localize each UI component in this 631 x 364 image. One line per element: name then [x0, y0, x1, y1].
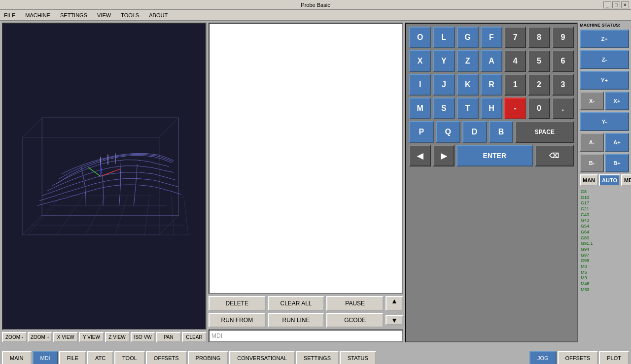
key-J[interactable]: J — [433, 74, 455, 96]
space-btn[interactable]: SPACE — [515, 121, 574, 143]
gcode-line: G21 — [581, 206, 628, 212]
tab-settings[interactable]: SETTINGS — [296, 351, 339, 364]
y-view-btn[interactable]: Y VIEW — [79, 332, 104, 342]
bottom-tabs: MAIN MDI FILE ATC TOOL OFFSETS PROBING C… — [0, 344, 631, 364]
clear-all-btn[interactable]: CLEAR ALL — [268, 296, 325, 311]
y-plus-btn[interactable]: Y+ — [580, 71, 629, 90]
key-L[interactable]: L — [433, 27, 455, 48]
z-plus-label: Z+ — [601, 36, 607, 42]
menu-tools[interactable]: TOOLS — [119, 11, 141, 19]
key-5[interactable]: 5 — [528, 50, 550, 72]
tab-plot[interactable]: PLOT — [599, 351, 629, 364]
key-minus[interactable]: - — [504, 98, 526, 119]
key-0[interactable]: 0 — [528, 98, 550, 119]
z-plus-btn[interactable]: Z+ — [580, 30, 629, 48]
delete-btn[interactable]: DELETE — [209, 296, 266, 311]
tab-main[interactable]: MAIN — [2, 351, 32, 364]
pan-btn[interactable]: PAN — [156, 332, 181, 342]
backspace-btn[interactable]: ⌫ — [535, 145, 574, 166]
key-B[interactable]: B — [489, 121, 514, 143]
key-7[interactable]: 7 — [504, 27, 526, 48]
key-R[interactable]: R — [481, 74, 502, 96]
window-controls[interactable]: _ □ ✕ — [603, 1, 629, 8]
tab-jog[interactable]: JOG — [529, 351, 557, 364]
tab-mdi[interactable]: MDI — [33, 351, 58, 364]
tab-conversational[interactable]: CONVERSATIONAL — [229, 351, 295, 364]
mdi-input[interactable]: MDI — [209, 330, 403, 342]
key-2[interactable]: 2 — [528, 74, 550, 96]
z-view-btn[interactable]: Z VIEW — [105, 332, 130, 342]
pause-btn[interactable]: PAUSE — [326, 296, 384, 311]
key-A[interactable]: A — [481, 50, 502, 72]
close-btn[interactable]: ✕ — [621, 1, 629, 8]
x-plus-btn[interactable]: X+ — [605, 92, 629, 110]
tab-probing[interactable]: PROBING — [188, 351, 229, 364]
arrow-down-btn[interactable]: ▼ — [386, 315, 403, 325]
right-arrow-btn[interactable]: ▶ — [433, 145, 455, 166]
menu-settings[interactable]: SETTINGS — [58, 11, 89, 19]
key-4[interactable]: 4 — [504, 50, 526, 72]
clear-btn[interactable]: CLEAR — [182, 332, 207, 342]
tab-tool[interactable]: TOOL — [114, 351, 145, 364]
key-M[interactable]: M — [409, 98, 431, 119]
tab-status[interactable]: STATUS — [340, 351, 376, 364]
x-view-btn[interactable]: X VIEW — [53, 332, 78, 342]
mcode-line: M53 — [581, 287, 628, 293]
mdi-mode-btn[interactable]: MDI — [621, 174, 631, 186]
key-F[interactable]: F — [481, 27, 502, 48]
iso-view-btn[interactable]: ISO VW — [131, 332, 155, 342]
arrow-up-btn[interactable]: ▲ — [386, 296, 403, 311]
key-dot[interactable]: . — [552, 98, 574, 119]
z-minus-btn[interactable]: Z- — [580, 50, 629, 69]
key-P[interactable]: P — [409, 121, 434, 143]
key-G[interactable]: G — [457, 27, 479, 48]
x-minus-btn[interactable]: X- — [580, 92, 604, 110]
key-I[interactable]: I — [409, 74, 431, 96]
menu-machine[interactable]: MACHINE — [23, 11, 52, 19]
tab-atc[interactable]: ATC — [87, 351, 113, 364]
gcode-line: G17 — [581, 200, 628, 206]
key-H[interactable]: H — [481, 98, 502, 119]
run-from-btn[interactable]: RUN FROM — [209, 313, 266, 328]
machine-status-header: MACHINE STATUS: — [580, 23, 629, 28]
zoom-plus-btn[interactable]: ZOOM + — [28, 332, 52, 342]
key-T[interactable]: T — [457, 98, 479, 119]
maximize-btn[interactable]: □ — [612, 1, 620, 8]
view-controls: ZOOM - ZOOM + X VIEW Y VIEW Z VIEW ISO V… — [2, 332, 207, 342]
key-S[interactable]: S — [433, 98, 455, 119]
key-Y[interactable]: Y — [433, 50, 455, 72]
mode-buttons: MAN AUTO MDI — [580, 174, 629, 186]
tab-offsets[interactable]: OFFSETS — [146, 351, 187, 364]
b-plus-btn[interactable]: B+ — [605, 154, 629, 172]
tab-file[interactable]: FILE — [59, 351, 86, 364]
run-line-btn[interactable]: RUN LINE — [268, 313, 325, 328]
menu-file[interactable]: FILE — [2, 11, 17, 19]
gcode-btn[interactable]: GCODE — [326, 313, 384, 328]
y-minus-btn[interactable]: Y- — [580, 112, 629, 131]
auto-mode-btn[interactable]: AUTO — [599, 174, 620, 186]
zoom-minus-btn[interactable]: ZOOM - — [2, 332, 27, 342]
gcode-buttons-row2: RUN FROM RUN LINE GCODE ▼ — [209, 313, 403, 328]
key-Z[interactable]: Z — [457, 50, 479, 72]
key-8[interactable]: 8 — [528, 27, 550, 48]
left-arrow-btn[interactable]: ◀ — [409, 145, 431, 166]
key-D[interactable]: D — [462, 121, 487, 143]
key-Q[interactable]: Q — [436, 121, 460, 143]
minimize-btn[interactable]: _ — [603, 1, 611, 8]
menu-about[interactable]: ABOUT — [147, 11, 170, 19]
key-K[interactable]: K — [457, 74, 479, 96]
menu-view[interactable]: VIEW — [95, 11, 113, 19]
key-O[interactable]: O — [409, 27, 431, 48]
y-plus-row: Y+ — [580, 71, 629, 90]
key-3[interactable]: 3 — [552, 74, 574, 96]
tab-offsets-right[interactable]: OFFSETS — [558, 351, 598, 364]
key-X[interactable]: X — [409, 50, 431, 72]
a-plus-btn[interactable]: A+ — [605, 133, 629, 152]
enter-btn[interactable]: ENTER — [456, 145, 533, 166]
key-9[interactable]: 9 — [552, 27, 574, 48]
man-mode-btn[interactable]: MAN — [580, 174, 598, 186]
key-1[interactable]: 1 — [504, 74, 526, 96]
b-minus-btn[interactable]: B- — [580, 154, 604, 172]
key-6[interactable]: 6 — [552, 50, 574, 72]
a-minus-btn[interactable]: A- — [580, 133, 604, 152]
